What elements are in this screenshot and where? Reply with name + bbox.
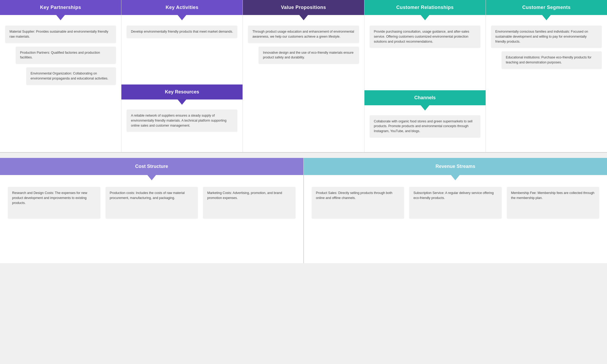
relationships-card-1: Provide purchasing consultation, usage g… — [370, 26, 480, 48]
relationships-header: Customer Relationships — [364, 0, 486, 15]
partnerships-column: Key Partnerships Material Supplier: Prov… — [0, 0, 121, 152]
revenue-card-1: Product Sales: Directly selling products… — [312, 187, 404, 218]
cost-content: Research and Design Costs: The expenses … — [0, 175, 303, 263]
cost-card-2: Production costs: Includes the costs of … — [106, 187, 198, 218]
key-resources-card: A reliable network of suppliers ensures … — [127, 109, 237, 132]
revenue-content: Product Sales: Directly selling products… — [304, 175, 607, 263]
relationships-column: Customer Relationships Provide purchasin… — [364, 0, 486, 152]
channels-content: Collaborate with organic food stores and… — [364, 105, 486, 152]
revenue-section: Revenue Streams Product Sales: Directly … — [304, 158, 607, 263]
key-resources-content: A reliable network of suppliers ensures … — [121, 99, 243, 152]
bottom-section: Cost Structure Research and Design Costs… — [0, 158, 607, 263]
segments-card-1: Environmentally conscious families and i… — [491, 26, 602, 48]
partnerships-card-2: Production Partners: Qualified factories… — [16, 47, 116, 64]
value-card-2: Innovative design and the use of eco-fri… — [259, 47, 359, 64]
segments-column: Customer Segments Environmentally consci… — [486, 0, 607, 152]
partnerships-header: Key Partnerships — [0, 0, 121, 15]
relationships-top: Provide purchasing consultation, usage g… — [364, 15, 486, 90]
segments-header: Customer Segments — [486, 0, 607, 15]
channels-card: Collaborate with organic food stores and… — [370, 115, 480, 137]
cost-section: Cost Structure Research and Design Costs… — [0, 158, 304, 263]
channels-header: Channels — [364, 90, 486, 105]
cost-header: Cost Structure — [0, 158, 303, 175]
partnerships-content: Material Supplier: Provides sustainable … — [0, 15, 121, 152]
cost-card-1: Research and Design Costs: The expenses … — [8, 187, 100, 218]
activities-column: Key Activities Develop environmentally f… — [121, 0, 243, 152]
partnerships-card-1: Material Supplier: Provides sustainable … — [5, 26, 116, 43]
value-column: Value Propositions Through product usage… — [243, 0, 364, 152]
activities-top: Develop environmentally friendly product… — [121, 15, 243, 84]
partnerships-card-3: Environmental Organization: Collaboratin… — [26, 67, 116, 85]
key-resources-panel: Key Resources A reliable network of supp… — [121, 84, 243, 152]
channels-panel: Channels Collaborate with organic food s… — [364, 90, 486, 152]
revenue-card-2: Subscription Service: A regular delivery… — [409, 187, 502, 218]
revenue-card-3: Membership Fee: Membership fees are coll… — [507, 187, 599, 218]
value-card-1: Through product usage education and enha… — [248, 26, 359, 43]
key-resources-header: Key Resources — [121, 84, 243, 99]
canvas: Key Partnerships Material Supplier: Prov… — [0, 0, 607, 364]
segments-card-2: Educational institutions: Purchase eco-f… — [502, 51, 602, 69]
cost-card-3: Marketing Costs: Advertising, promotion,… — [203, 187, 295, 218]
top-section: Key Partnerships Material Supplier: Prov… — [0, 0, 607, 153]
value-header: Value Propositions — [243, 0, 364, 15]
activities-header: Key Activities — [121, 0, 243, 15]
activities-card-1: Develop environmentally friendly product… — [127, 26, 237, 38]
segments-content: Environmentally conscious families and i… — [486, 15, 607, 152]
value-content: Through product usage education and enha… — [243, 15, 364, 152]
revenue-header: Revenue Streams — [304, 158, 607, 175]
